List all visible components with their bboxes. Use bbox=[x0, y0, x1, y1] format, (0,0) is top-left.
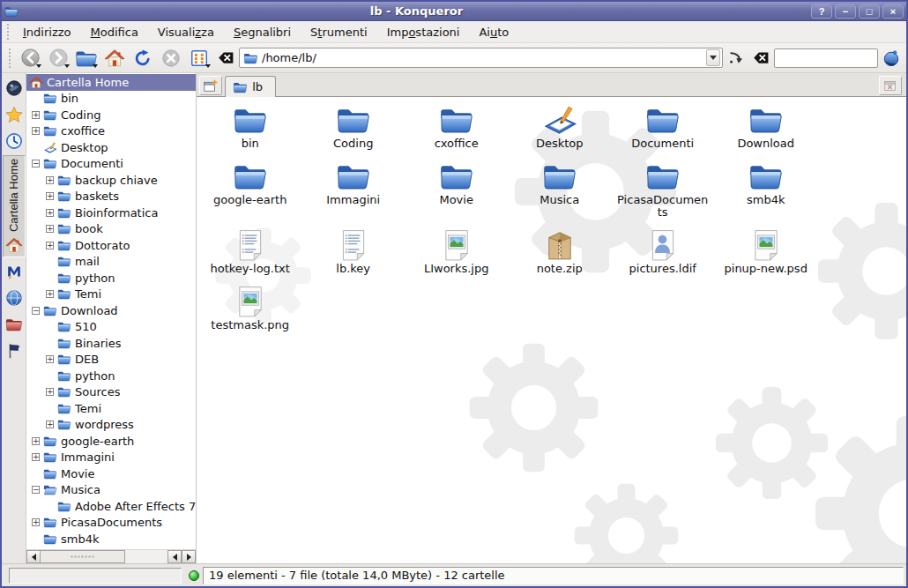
file-item[interactable]: Documenti bbox=[614, 104, 712, 150]
maximize-button[interactable]: □ bbox=[859, 4, 880, 19]
menu-visualizza[interactable]: Visualizza bbox=[148, 23, 224, 41]
stop-button[interactable] bbox=[158, 46, 184, 71]
tab-lb[interactable]: lb bbox=[225, 76, 276, 97]
tree-item[interactable]: mail bbox=[26, 254, 196, 271]
tree-item[interactable]: wordpress bbox=[26, 417, 196, 434]
tree-item[interactable]: Download bbox=[26, 302, 196, 319]
tree-expander-icon[interactable] bbox=[32, 111, 40, 119]
tree-item[interactable]: Coding bbox=[26, 107, 196, 123]
search-input[interactable] bbox=[774, 48, 878, 68]
tree-expander-icon[interactable] bbox=[32, 127, 40, 135]
tree-expander-icon[interactable] bbox=[46, 388, 54, 396]
sidebar-tab-metabar[interactable] bbox=[3, 259, 26, 284]
clear-location-button[interactable] bbox=[214, 46, 237, 71]
scroll-left-button[interactable] bbox=[26, 550, 41, 563]
sidebar-tab-services[interactable] bbox=[3, 339, 26, 363]
tree-item[interactable]: Immagini bbox=[26, 450, 196, 466]
up-button[interactable] bbox=[73, 46, 100, 71]
tree-item[interactable]: 510 bbox=[26, 319, 196, 336]
close-tab-button[interactable] bbox=[879, 76, 902, 95]
tree-item[interactable]: smb4k bbox=[26, 531, 196, 547]
tree-item[interactable]: Binaries bbox=[26, 335, 196, 352]
location-text[interactable]: /home/lb/ bbox=[262, 51, 703, 64]
tree-expander-icon[interactable] bbox=[46, 290, 54, 298]
tree-expander-icon[interactable] bbox=[32, 518, 40, 526]
tree-item[interactable]: Musica bbox=[26, 482, 196, 499]
tree-item[interactable]: Dottorato bbox=[26, 237, 196, 254]
file-item[interactable]: smb4k bbox=[717, 160, 815, 206]
sidebar-tab-root[interactable] bbox=[3, 312, 26, 337]
file-item[interactable]: pictures.ldif bbox=[614, 229, 712, 275]
close-button[interactable]: × bbox=[882, 4, 904, 19]
sidebar-tab-network[interactable] bbox=[3, 286, 26, 310]
file-item[interactable]: PicasaDocuments bbox=[614, 160, 712, 219]
tree-expander-icon[interactable] bbox=[46, 176, 54, 184]
icon-view[interactable]: bin Coding cxoffice Desktop Docu bbox=[197, 97, 906, 563]
sidebar-tab-history[interactable] bbox=[3, 129, 26, 153]
back-button[interactable] bbox=[17, 46, 43, 71]
tree-expander-icon[interactable] bbox=[32, 486, 40, 494]
file-item[interactable]: Musica bbox=[510, 160, 609, 206]
help-button[interactable]: ? bbox=[811, 4, 832, 19]
file-item[interactable]: pinup-new.psd bbox=[717, 229, 815, 275]
menu-impostazioni[interactable]: Impostazioni bbox=[377, 23, 470, 41]
toolbar-grip[interactable] bbox=[8, 48, 12, 69]
tree-item[interactable]: python bbox=[26, 368, 196, 384]
tree-expander-icon[interactable] bbox=[32, 437, 40, 445]
tree-item[interactable]: Temi bbox=[26, 400, 196, 417]
tree-item[interactable]: Adobe After Effects 7 bbox=[26, 498, 196, 515]
file-item[interactable]: LIworks.jpg bbox=[407, 229, 506, 275]
tree-expander-icon[interactable] bbox=[32, 307, 40, 315]
tree-item[interactable]: PicasaDocuments bbox=[26, 515, 196, 532]
tree-item[interactable]: Movie bbox=[26, 465, 196, 482]
file-item[interactable]: Movie bbox=[407, 160, 506, 206]
titlebar[interactable]: lb - Konqueror ?−□× bbox=[2, 2, 906, 21]
file-item[interactable]: cxoffice bbox=[407, 104, 506, 150]
tree-item[interactable]: python bbox=[26, 270, 196, 287]
new-tab-button[interactable] bbox=[199, 76, 222, 95]
menu-modifica[interactable]: Modifica bbox=[81, 23, 148, 41]
tree-expander-icon[interactable] bbox=[32, 453, 40, 461]
forward-button[interactable] bbox=[45, 46, 71, 71]
menu-strumenti[interactable]: Strumenti bbox=[301, 23, 377, 41]
tree-expander-icon[interactable] bbox=[46, 421, 54, 428]
tree-item[interactable]: Sources bbox=[26, 384, 196, 401]
go-button[interactable] bbox=[725, 46, 748, 71]
location-bar[interactable]: /home/lb/ bbox=[239, 48, 723, 68]
tree-expander-icon[interactable] bbox=[32, 160, 40, 167]
clear-search-button[interactable] bbox=[749, 46, 772, 71]
file-item[interactable]: hotkey-log.txt bbox=[201, 229, 300, 275]
tree-item[interactable]: book bbox=[26, 221, 196, 238]
reload-button[interactable] bbox=[130, 46, 156, 71]
sidebar-tab-web[interactable] bbox=[3, 76, 26, 100]
file-item[interactable]: lb.key bbox=[304, 229, 403, 275]
file-item[interactable]: google-earth bbox=[201, 160, 300, 206]
file-item[interactable]: bin bbox=[201, 104, 300, 150]
tree-item[interactable]: Cartella Home bbox=[26, 74, 196, 91]
file-item[interactable]: note.zip bbox=[510, 229, 609, 275]
tree-expander-icon[interactable] bbox=[46, 225, 54, 233]
tree-expander-icon[interactable] bbox=[46, 242, 54, 249]
menu-segnalibri[interactable]: Segnalibri bbox=[224, 23, 301, 41]
tree-item[interactable]: Documenti bbox=[26, 156, 196, 173]
file-item[interactable]: Coding bbox=[304, 104, 403, 150]
file-item[interactable]: Desktop bbox=[510, 104, 609, 150]
tree-horizontal-scrollbar[interactable] bbox=[26, 549, 196, 563]
scroll-right-button[interactable] bbox=[182, 550, 196, 563]
minimize-button[interactable]: − bbox=[835, 4, 856, 19]
search-provider-button[interactable] bbox=[880, 46, 903, 71]
tree-item[interactable]: Desktop bbox=[26, 139, 196, 156]
menubar-grip[interactable] bbox=[6, 23, 11, 40]
tree-item[interactable]: cxoffice bbox=[26, 123, 196, 140]
tree-expander-icon[interactable] bbox=[46, 355, 54, 363]
menu-aiuto[interactable]: Aiuto bbox=[469, 23, 518, 41]
tree-item[interactable]: DEB bbox=[26, 352, 196, 368]
home-button[interactable] bbox=[101, 46, 128, 71]
file-item[interactable]: testmask.png bbox=[201, 286, 300, 331]
tree-item[interactable]: bin bbox=[26, 91, 196, 108]
view-mode-button[interactable] bbox=[186, 46, 212, 71]
file-item[interactable]: Download bbox=[717, 104, 815, 150]
scrollbar-track[interactable] bbox=[125, 550, 167, 563]
tree-item[interactable]: Temi bbox=[26, 287, 196, 303]
tree-expander-icon[interactable] bbox=[46, 192, 54, 200]
